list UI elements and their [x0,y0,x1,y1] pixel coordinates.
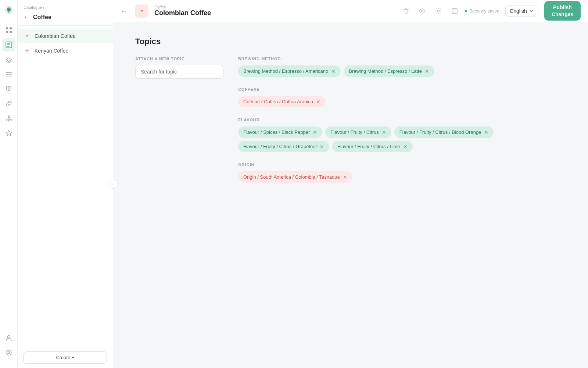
remove-tag-espresso-americano[interactable]: ✕ [331,69,336,74]
rail-item-star[interactable] [2,126,15,140]
svg-point-14 [6,119,7,121]
tag-black-pepper: Flavour / Spices / Black Pepper ✕ [238,126,322,138]
sidebar-back-button[interactable]: ← Coffee [24,12,107,22]
topbar-parent-label: Coffee [154,5,394,9]
sidebar-items-list: Colombian Coffee Kenyan Coffee [18,26,113,347]
sidebar-item-colombian-coffee[interactable]: Colombian Coffee [18,29,113,43]
remove-tag-grapefruit[interactable]: ✕ [320,144,324,149]
tags-coffeae: Coffeae / Coffea / Coffea Arabica ✕ [238,96,566,107]
breadcrumb: Catalogue / [24,5,107,10]
topbar-title: Colombian Coffee [154,9,394,17]
sidebar-collapse-button[interactable]: ‹ [109,180,118,189]
back-arrow-icon: ← [24,13,30,21]
sidebar-item-label-2: Kenyan Coffee [35,48,68,54]
svg-point-30 [437,10,439,12]
svg-point-20 [7,336,10,338]
svg-point-24 [26,35,28,37]
main-wrapper: ← Coffee Colombian Coffee Securely saved [113,0,588,368]
svg-rect-1 [10,27,12,29]
rail-item-list[interactable] [2,68,15,81]
svg-rect-2 [6,31,8,33]
svg-line-19 [10,119,11,119]
tag-espresso-americano: Brewing Method / Espresso / Americano ✕ [238,65,341,77]
app-logo[interactable] [3,4,15,16]
remove-tag-fruity-citrus[interactable]: ✕ [382,130,386,135]
remove-tag-black-pepper[interactable]: ✕ [313,130,317,135]
svg-point-26 [26,50,28,51]
coffee-icon-2 [24,47,31,54]
sidebar-back-label: Coffee [33,14,51,21]
svg-line-18 [7,119,8,119]
tag-coffea-arabica: Coffeae / Coffea / Coffea Arabica ✕ [238,96,326,107]
rail-item-user[interactable] [2,331,15,344]
topic-search-input[interactable] [135,65,223,79]
topbar-actions: Securely saved [400,5,499,17]
sidebar: Catalogue / ← Coffee Colombian Coffee Ke… [18,0,113,368]
topic-group-brewing-method: BREWING METHOD Brewing Method / Espresso… [238,57,566,77]
sidebar-item-label: Colombian Coffee [35,33,76,39]
svg-point-15 [11,119,12,121]
icon-rail [0,0,18,368]
rail-item-book[interactable] [2,82,15,96]
svg-point-29 [421,10,423,12]
tag-espresso-latte: Brewing Method / Espresso / Latte ✕ [344,65,434,77]
rail-item-catalog[interactable] [2,38,15,51]
tag-lime: Flavour / Fruity / Citrus / Lime ✕ [332,141,412,152]
publish-button[interactable]: Publish Changes [544,1,581,20]
topbar-notes-button[interactable] [449,5,460,17]
topbar-trash-button[interactable] [400,5,412,17]
svg-point-13 [8,120,9,121]
saved-dot-icon [465,10,467,12]
section-title: Topics [135,37,566,46]
svg-rect-0 [6,27,8,29]
tags-brewing-method: Brewing Method / Espresso / Americano ✕ … [238,65,566,77]
remove-tag-blood-orange[interactable]: ✕ [484,130,488,135]
topic-group-origin: ORIGIN Origin / South America / Colombia… [238,162,566,183]
rail-item-settings[interactable] [2,346,15,359]
attach-label: ATTACH A NEW TOPIC [135,57,223,61]
svg-point-11 [8,118,10,119]
group-label-flavour: FLAVOUR [238,118,566,122]
tag-fruity-citrus: Flavour / Fruity / Citrus ✕ [325,126,391,138]
tags-flavour: Flavour / Spices / Black Pepper ✕ Flavou… [238,126,566,152]
coffee-icon [24,32,31,40]
group-label-origin: ORIGIN [238,162,566,167]
rail-item-link[interactable] [2,97,15,110]
top-bar: ← Coffee Colombian Coffee Securely saved [113,0,588,22]
topbar-eye-button[interactable] [416,5,428,17]
topics-layout: ATTACH A NEW TOPIC BREWING METHOD Brewin… [135,57,566,193]
group-label-coffeae: COFFEAE [238,87,566,92]
topbar-back-button[interactable]: ← [121,7,128,15]
content-area: Topics ATTACH A NEW TOPIC BREWING METHOD… [113,22,588,368]
remove-tag-tasnaque[interactable]: ✕ [343,175,347,180]
topics-search-panel: ATTACH A NEW TOPIC [135,57,223,193]
topbar-settings-button[interactable] [433,5,444,17]
language-label: English [510,8,527,14]
svg-rect-3 [10,31,12,33]
topbar-saved-status: Securely saved [465,8,499,14]
sidebar-header: Catalogue / ← Coffee [18,0,113,26]
topics-groups: BREWING METHOD Brewing Method / Espresso… [238,57,566,193]
topbar-coffee-icon [135,4,148,18]
tag-tasnaque: Origin / South America / Colombia / Tasn… [238,171,352,183]
tag-grapefruit: Flavour / Fruity / Citrus / Grapefruit ✕ [238,141,329,152]
remove-tag-espresso-latte[interactable]: ✕ [425,69,429,74]
svg-point-28 [141,10,143,12]
svg-point-12 [8,115,9,117]
tags-origin: Origin / South America / Colombia / Tasn… [238,171,566,183]
group-label-brewing-method: BREWING METHOD [238,57,566,61]
sidebar-item-kenyan-coffee[interactable]: Kenyan Coffee [18,43,113,58]
svg-point-22 [6,350,11,355]
topbar-title-group: Coffee Colombian Coffee [154,5,394,17]
tag-blood-orange: Flavour / Fruity / Citrus / Blood Orange… [394,126,494,138]
topic-group-flavour: FLAVOUR Flavour / Spices / Black Pepper … [238,118,566,152]
rail-item-grid[interactable] [2,24,15,37]
create-button[interactable]: Create + [24,351,107,364]
language-selector[interactable]: English [505,6,538,17]
remove-tag-coffea-arabica[interactable]: ✕ [316,99,320,104]
rail-item-layers[interactable] [2,53,15,66]
svg-point-21 [8,352,10,354]
remove-tag-lime[interactable]: ✕ [403,144,408,149]
topic-group-coffeae: COFFEAE Coffeae / Coffea / Coffea Arabic… [238,87,566,107]
rail-item-hub[interactable] [2,112,15,125]
